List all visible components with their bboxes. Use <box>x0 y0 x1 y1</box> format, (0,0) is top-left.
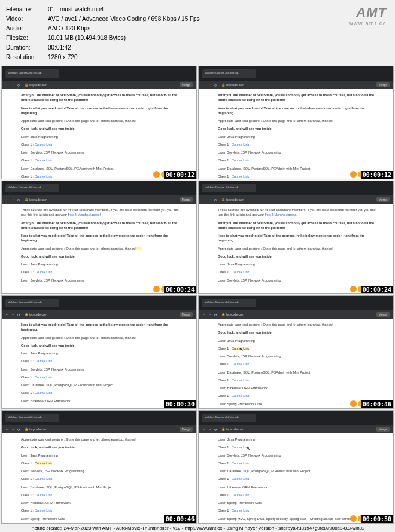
browser-tab[interactable]: skillshare Courses - full stack d... <box>5 414 59 422</box>
browser-tab[interactable]: skillshare Courses - full stack d... <box>202 414 256 422</box>
thumbnail: skillshare Courses - full stack d... ← →… <box>198 181 394 294</box>
address-bar: ← → ⟳ 🔒 lucycode.com Merge <box>199 310 393 319</box>
url-text[interactable]: 🔒 lucycode.com <box>221 198 244 201</box>
rss-icon[interactable] <box>350 400 357 407</box>
reload-icon[interactable]: ⟳ <box>214 198 218 201</box>
back-icon[interactable]: ← <box>5 427 9 431</box>
browser-tab-bar: skillshare Courses - full stack d... <box>2 296 196 310</box>
url-text[interactable]: 🔒 lucycode.com <box>221 313 244 316</box>
thumbnail: skillshare Courses - full stack d... ← →… <box>198 410 394 524</box>
back-icon[interactable]: ← <box>5 83 9 87</box>
rss-icon[interactable] <box>350 171 357 178</box>
forward-icon[interactable]: → <box>208 198 212 201</box>
reload-icon[interactable]: ⟳ <box>214 313 218 316</box>
merge-button[interactable]: Merge <box>180 312 193 317</box>
class-line: Class 1 : Course Link <box>218 476 379 481</box>
reload-icon[interactable]: ⟳ <box>214 427 218 431</box>
back-icon[interactable]: ← <box>202 198 206 201</box>
reload-icon[interactable]: ⟳ <box>17 198 21 201</box>
class-line: Class 1 : Course Link <box>218 445 379 450</box>
url-text[interactable]: 🔒 lucycode.com <box>25 83 47 87</box>
label-filesize: Filesize: <box>6 33 48 43</box>
rss-icon[interactable] <box>153 286 160 292</box>
class-line: Class 1 : Course Link <box>21 158 182 163</box>
rss-icon[interactable] <box>350 515 357 522</box>
label-duration: Duration: <box>6 43 48 53</box>
logo-url: www.amt.cc <box>349 20 387 26</box>
browser-tab[interactable]: skillshare Courses - full stack d... <box>202 299 256 307</box>
url-text[interactable]: 🔒 lucycode.com <box>25 198 47 201</box>
browser-tab[interactable]: skillshare Courses - full stack d... <box>202 69 256 78</box>
timecode: 00:00:50 <box>361 515 393 523</box>
browser-tab[interactable]: skillshare Courses - full stack d... <box>5 299 59 307</box>
timecode: 00:00:46 <box>361 400 393 408</box>
browser-tab[interactable]: skillshare Courses - full stack d... <box>202 184 256 192</box>
reload-icon[interactable]: ⟳ <box>17 427 21 431</box>
url-text[interactable]: 🔒 lucycode.com <box>221 83 244 87</box>
forward-icon[interactable]: → <box>11 427 15 431</box>
browser-tab-bar: skillshare Courses - full stack d... <box>2 411 196 425</box>
back-icon[interactable]: ← <box>202 83 206 87</box>
back-icon[interactable]: ← <box>5 313 9 316</box>
label-resolution: Resolution: <box>6 53 48 62</box>
class-line: Class 1 : Course Link <box>218 508 379 513</box>
class-line: Class 1 : Course Link <box>218 378 379 383</box>
merge-button[interactable]: Merge <box>180 197 193 202</box>
class-line: Class 1 : Course Link <box>21 508 182 513</box>
thumbnail: skillshare Courses - full stack d... ← →… <box>198 66 394 179</box>
rss-icon[interactable] <box>153 171 160 178</box>
merge-button[interactable]: Merge <box>376 82 390 87</box>
thumbnail: skillshare Courses - full stack d... ← →… <box>1 410 197 524</box>
class-line: Class 1 : Course Link <box>21 359 182 363</box>
value-resolution: 1280 x 720 <box>48 53 78 62</box>
url-text[interactable]: 🔒 lucycode.com <box>25 427 47 431</box>
rss-icon[interactable] <box>350 286 357 292</box>
label-video: Video: <box>6 14 48 24</box>
cursor-icon: ↖ <box>239 346 244 353</box>
merge-button[interactable]: Merge <box>180 82 193 87</box>
timecode: 00:00:46 <box>164 515 196 523</box>
browser-tab-bar: skillshare Courses - full stack d... <box>199 66 393 81</box>
forward-icon[interactable]: → <box>208 83 212 87</box>
browser-tab[interactable]: skillshare Courses - full stack d... <box>5 69 59 78</box>
class-line: Class 1 : Course Link <box>21 493 182 497</box>
page-content: After you are member of SkillShare, you … <box>199 89 393 179</box>
merge-button[interactable]: Merge <box>376 427 390 432</box>
class-line: Class 1 : Course Link <box>21 476 182 481</box>
thumbnail: skillshare Courses - full stack d... ← →… <box>1 181 197 294</box>
page-content: These courses are available for free for… <box>199 204 393 294</box>
reload-icon[interactable]: ⟳ <box>17 83 21 87</box>
timecode: 00:00:24 <box>361 286 393 293</box>
value-duration: 00:01:42 <box>48 43 71 53</box>
class-line: Class 1 : Course Link <box>218 493 379 497</box>
timecode: 00:00:12 <box>361 171 393 179</box>
url-text[interactable]: 🔒 lucycode.com <box>25 313 47 316</box>
class-line: Class 1 : Course Link <box>21 461 182 466</box>
value-audio: AAC / 120 Kbps <box>48 24 90 33</box>
value-video: AVC / avc1 / Advanced Video Coding / 698… <box>48 14 200 24</box>
page-content: Appreciate your kind gesture : Share thi… <box>2 433 196 524</box>
back-icon[interactable]: ← <box>202 427 206 431</box>
merge-button[interactable]: Merge <box>376 312 390 317</box>
browser-tab-bar: skillshare Courses - full stack d... <box>2 66 196 81</box>
forward-icon[interactable]: → <box>11 83 15 87</box>
page-content: After you are member of SkillShare, you … <box>2 89 196 179</box>
class-line: Class 1 : Course Link <box>21 375 182 380</box>
forward-icon[interactable]: → <box>208 427 212 431</box>
class-line: Class 1 : Course Link <box>218 461 379 466</box>
back-icon[interactable]: ← <box>202 313 206 316</box>
browser-tab[interactable]: skillshare Courses - full stack d... <box>5 184 59 192</box>
back-icon[interactable]: ← <box>5 198 9 201</box>
url-text[interactable]: 🔒 lucycode.com <box>221 427 244 431</box>
forward-icon[interactable]: → <box>11 313 15 316</box>
thumbnail-grid: skillshare Courses - full stack d... ← →… <box>0 65 395 525</box>
class-line: Class 1 : Course Link <box>218 393 379 398</box>
forward-icon[interactable]: → <box>11 198 15 201</box>
forward-icon[interactable]: → <box>208 313 212 316</box>
reload-icon[interactable]: ⟳ <box>214 83 218 87</box>
merge-button[interactable]: Merge <box>376 197 390 202</box>
merge-button[interactable]: Merge <box>180 427 193 432</box>
page-content: Appreciate your kind gesture : Share thi… <box>199 319 393 409</box>
reload-icon[interactable]: ⟳ <box>17 313 21 316</box>
timecode: 00:00:30 <box>164 400 196 408</box>
